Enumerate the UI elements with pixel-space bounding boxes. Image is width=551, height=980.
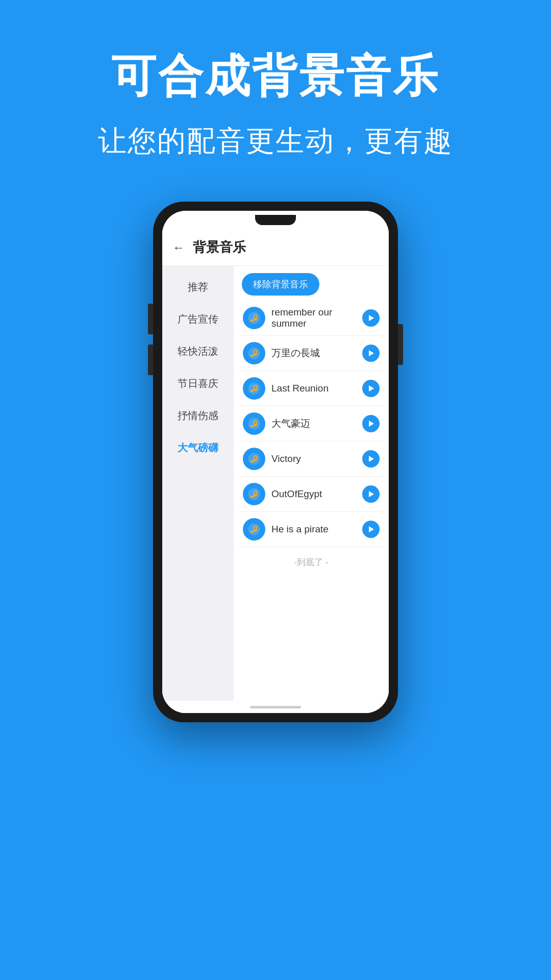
music-album-icon [243,518,265,541]
list-item[interactable]: 万里の長城 [239,336,384,371]
svg-marker-47 [369,491,374,497]
music-track-name: Victory [271,453,362,464]
play-button[interactable] [362,450,380,468]
svg-marker-7 [369,315,374,321]
app-body: 推荐广告宣传轻快活泼节日喜庆抒情伤感大气磅礴 移除背景音乐 remember o… [162,266,389,701]
music-album-icon [243,342,265,364]
app-content: ← 背景音乐 推荐广告宣传轻快活泼节日喜庆抒情伤感大气磅礴 移除背景音乐 [162,229,389,701]
headline-sub: 让您的配音更生动，更有趣 [98,122,453,161]
home-bar [162,701,389,713]
remove-bg-music-button[interactable]: 移除背景音乐 [242,273,319,296]
svg-marker-39 [369,456,374,462]
music-list: remember our summer 万里の長城 Last Reunion [234,301,389,701]
app-header: ← 背景音乐 [162,229,389,266]
svg-marker-31 [369,421,374,427]
list-item[interactable]: Victory [239,442,384,477]
music-track-name: OutOfEgypt [271,488,362,500]
sidebar-item-ad[interactable]: 广告宣传 [162,303,234,335]
notch [255,215,296,225]
music-album-icon [243,377,265,400]
page-title: 背景音乐 [193,238,246,256]
sidebar: 推荐广告宣传轻快活泼节日喜庆抒情伤感大气磅礴 [162,266,234,701]
sidebar-item-light[interactable]: 轻快活泼 [162,335,234,368]
svg-marker-55 [369,526,374,532]
remove-btn-row: 移除背景音乐 [234,266,389,301]
music-album-icon [243,307,265,329]
music-album-icon [243,412,265,435]
list-item[interactable]: remember our summer [239,301,384,336]
sidebar-item-lyric[interactable]: 抒情伤感 [162,400,234,432]
list-item[interactable]: Last Reunion [239,371,384,406]
svg-point-10 [251,355,254,357]
list-item[interactable]: He is a pirate [239,512,384,547]
svg-rect-45 [256,491,257,495]
music-track-name: He is a pirate [271,524,362,535]
main-content: 移除背景音乐 remember our summer 万里の長城 [234,266,389,701]
music-track-name: remember our summer [271,307,362,329]
list-item[interactable]: OutOfEgypt [239,477,384,512]
phone-shell: ← 背景音乐 推荐广告宣传轻快活泼节日喜庆抒情伤感大气磅礴 移除背景音乐 [153,202,398,722]
play-button[interactable] [362,485,380,503]
svg-rect-21 [256,385,257,389]
volume-down-button [148,345,153,375]
play-button[interactable] [362,380,380,397]
music-album-icon [243,448,265,470]
svg-point-50 [251,531,254,533]
phone-mockup: ← 背景音乐 推荐广告宣传轻快活泼节日喜庆抒情伤感大气磅礴 移除背景音乐 [153,202,398,722]
svg-marker-15 [369,350,374,356]
svg-point-2 [251,320,254,322]
music-track-name: 万里の長城 [271,347,362,360]
sidebar-item-epic[interactable]: 大气磅礴 [162,432,234,464]
list-item[interactable]: 大气豪迈 [239,406,384,442]
play-button[interactable] [362,345,380,362]
notch-bar [162,211,389,229]
play-button[interactable] [362,309,380,327]
play-button[interactable] [362,415,380,432]
list-end-text: -到底了 - [239,547,384,573]
back-button[interactable]: ← [172,240,185,255]
music-album-icon [243,483,265,505]
page-background: 可合成背景音乐 让您的配音更生动，更有趣 ← 背景音乐 [0,0,551,980]
play-button[interactable] [362,521,380,538]
headline-main: 可合成背景音乐 [111,46,440,107]
home-indicator [250,706,301,708]
phone-screen: ← 背景音乐 推荐广告宣传轻快活泼节日喜庆抒情伤感大气磅礴 移除背景音乐 [162,211,389,713]
svg-rect-37 [256,455,257,460]
svg-marker-23 [369,385,374,391]
music-track-name: Last Reunion [271,383,362,394]
svg-point-18 [251,390,254,393]
power-button [398,324,403,365]
svg-point-34 [251,460,254,463]
svg-rect-5 [256,314,257,319]
svg-rect-53 [256,526,257,530]
music-track-name: 大气豪迈 [271,417,362,430]
svg-point-26 [251,425,254,428]
sidebar-item-festival[interactable]: 节日喜庆 [162,368,234,400]
svg-rect-29 [256,420,257,425]
svg-point-42 [251,496,254,498]
svg-rect-13 [256,350,257,354]
sidebar-item-recommend[interactable]: 推荐 [162,271,234,303]
volume-up-button [148,304,153,334]
